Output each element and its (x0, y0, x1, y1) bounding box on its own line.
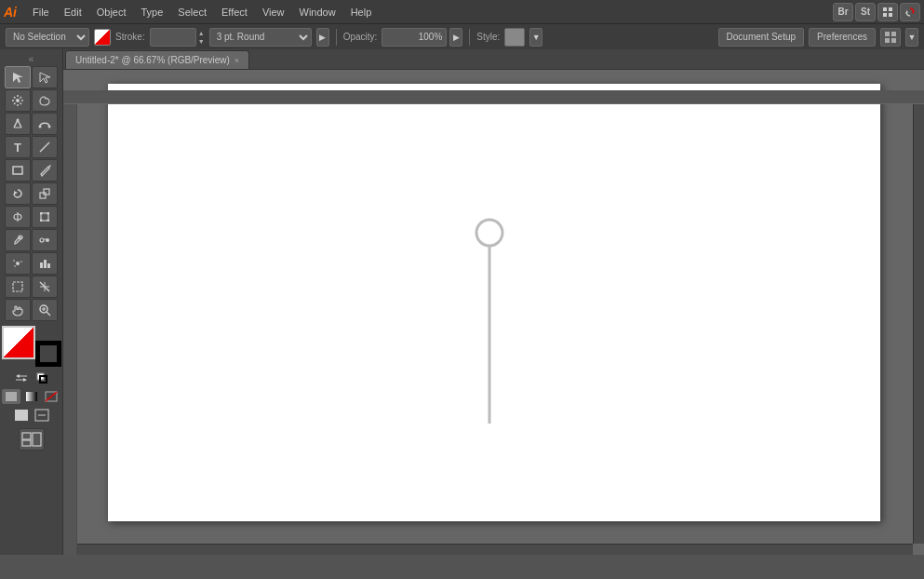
svg-point-22 (39, 126, 42, 128)
stock-icon[interactable]: St (855, 3, 876, 21)
view-mode-btn[interactable] (12, 408, 31, 423)
pen-tool[interactable] (5, 113, 31, 135)
arrange-button[interactable] (880, 28, 901, 47)
svg-point-38 (16, 262, 20, 265)
eyedropper-tool[interactable] (5, 229, 31, 251)
view-mode-row (2, 408, 60, 423)
stroke-swatch[interactable] (35, 341, 61, 367)
no-fill-btn[interactable] (42, 389, 60, 404)
sync-icon[interactable] (900, 3, 920, 21)
main-area: T (0, 49, 924, 555)
symbol-sprayer-tool[interactable] (5, 252, 31, 275)
curvature-tool[interactable] (32, 113, 58, 135)
svg-marker-11 (40, 73, 50, 83)
selection-dropdown[interactable]: No Selection (6, 28, 89, 47)
slice-tool[interactable] (32, 276, 58, 298)
rotate-tool[interactable] (5, 182, 31, 205)
canvas-bg (63, 70, 924, 555)
svg-point-69 (476, 220, 502, 246)
type-tool[interactable]: T (5, 136, 31, 158)
stroke-value[interactable] (150, 28, 196, 47)
scale-tool[interactable] (32, 182, 58, 205)
menu-help[interactable]: Help (344, 5, 379, 20)
workspace-grid-icon[interactable] (877, 3, 898, 21)
gradient-fill-btn[interactable] (22, 389, 41, 404)
fill-swatch[interactable] (2, 326, 35, 359)
preferences-button[interactable]: Preferences (809, 28, 876, 47)
free-transform-tool[interactable] (32, 206, 58, 228)
color-fill-btn[interactable] (2, 389, 20, 404)
left-toolbar: T (0, 49, 63, 555)
svg-marker-26 (14, 191, 18, 195)
collapse-handle[interactable] (2, 53, 60, 64)
tool-row-4: T (2, 136, 60, 158)
selection-tool[interactable] (5, 66, 31, 88)
screen-mode-btn[interactable] (33, 408, 51, 423)
arrange-arrow[interactable]: ▼ (905, 28, 918, 47)
opacity-arrow[interactable]: ▶ (449, 28, 462, 47)
menu-type[interactable]: Type (135, 5, 170, 20)
pencil-tool[interactable] (32, 159, 58, 182)
menu-object[interactable]: Object (90, 5, 133, 20)
scrollbar-vertical[interactable] (913, 90, 924, 544)
stroke-up-arrow[interactable]: ▲ (198, 29, 205, 37)
svg-rect-43 (44, 260, 47, 268)
blend-tool[interactable] (32, 229, 58, 251)
tab-close-btn[interactable]: × (234, 56, 239, 65)
menu-bar: Ai File Edit Object Type Select Effect V… (0, 0, 924, 23)
menu-select[interactable]: Select (171, 5, 213, 20)
svg-point-41 (14, 265, 16, 267)
fill-color-swatch[interactable] (94, 29, 111, 46)
svg-rect-6 (885, 32, 890, 36)
white-canvas (108, 84, 880, 521)
column-graph-tool[interactable] (32, 252, 58, 275)
stroke-type-arrow[interactable]: ▶ (316, 28, 329, 47)
artboards-panel-btn[interactable] (19, 428, 45, 451)
magic-wand-tool[interactable] (5, 89, 31, 112)
menu-window[interactable]: Window (293, 5, 342, 20)
artboard-tool[interactable] (5, 276, 31, 298)
ruler-horizontal (63, 90, 924, 104)
tool-row-2 (2, 89, 60, 112)
svg-rect-8 (885, 38, 890, 43)
menu-file[interactable]: File (26, 5, 56, 20)
menu-edit[interactable]: Edit (58, 5, 88, 20)
svg-rect-7 (891, 32, 896, 36)
svg-point-21 (17, 119, 20, 122)
separator-1 (336, 29, 337, 46)
svg-rect-34 (47, 220, 50, 222)
style-swatch[interactable] (504, 28, 525, 47)
svg-rect-62 (22, 433, 31, 439)
svg-marker-10 (13, 73, 23, 83)
svg-rect-33 (40, 220, 43, 222)
tool-row-5 (2, 159, 60, 182)
svg-rect-3 (889, 13, 892, 17)
swap-colors-btn[interactable] (12, 370, 31, 385)
line-tool[interactable] (32, 136, 58, 158)
bridge-icon[interactable]: Br (833, 3, 853, 21)
svg-line-19 (14, 103, 16, 105)
svg-rect-45 (13, 282, 22, 291)
tool-row-3 (2, 113, 60, 135)
style-arrow[interactable]: ▼ (529, 28, 542, 47)
color-mode-row (2, 370, 60, 385)
separator-2 (469, 29, 470, 46)
document-tab[interactable]: Untitled-2* @ 66.67% (RGB/Preview) × (65, 50, 249, 69)
stroke-down-arrow[interactable]: ▼ (198, 37, 205, 46)
svg-point-37 (46, 238, 49, 242)
canvas-area: Untitled-2* @ 66.67% (RGB/Preview) × (63, 49, 924, 555)
menu-effect[interactable]: Effect (215, 5, 254, 20)
lasso-tool[interactable] (32, 89, 58, 112)
document-setup-button[interactable]: Document Setup (718, 28, 805, 47)
zoom-tool[interactable] (32, 299, 58, 321)
rectangle-tool[interactable] (5, 159, 31, 182)
menu-view[interactable]: View (256, 5, 291, 20)
scrollbar-horizontal[interactable] (63, 544, 913, 555)
default-colors-btn[interactable] (33, 370, 51, 385)
hand-tool[interactable] (5, 299, 31, 321)
direct-selection-tool[interactable] (32, 66, 58, 88)
stroke-type-dropdown[interactable]: 3 pt. Round (209, 28, 312, 47)
opacity-input[interactable]: 100% (382, 28, 447, 47)
width-tool[interactable] (5, 206, 31, 228)
stroke-arrows: ▲ ▼ (198, 29, 205, 46)
